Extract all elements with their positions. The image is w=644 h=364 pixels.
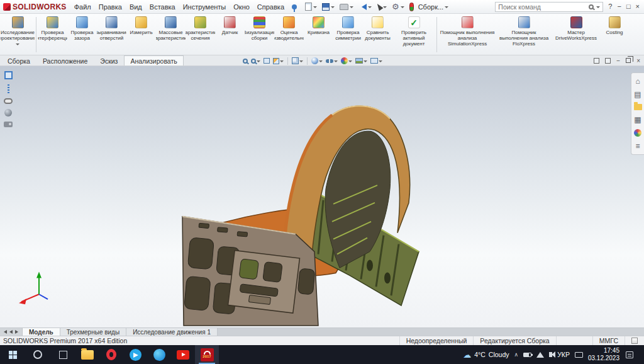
view-orientation-button[interactable] <box>291 57 304 64</box>
edit-appearance-button[interactable] <box>340 57 353 64</box>
select-button[interactable] <box>375 3 389 11</box>
menu-window[interactable]: Окно <box>230 1 253 13</box>
ribbon-button-sensor[interactable]: Датчик <box>215 14 245 55</box>
display-style-button[interactable] <box>311 57 323 64</box>
task-view-button[interactable] <box>50 345 75 364</box>
tab-sketch[interactable]: Эскиз <box>94 55 124 65</box>
ribbon-button-design-study[interactable]: Исследование проектирования <box>1 14 35 55</box>
lights-cameras-tab-icon[interactable] <box>4 122 13 127</box>
document-restore-icon[interactable] <box>626 58 631 63</box>
graphics-area[interactable] <box>0 66 644 327</box>
search-icon[interactable] <box>589 4 594 9</box>
ribbon-button-interference-check[interactable]: Проверка интерференции <box>38 14 67 55</box>
zoom-area-button[interactable] <box>250 58 261 64</box>
displaymanager-tab-icon[interactable] <box>4 109 12 117</box>
section-view-button[interactable] <box>272 58 284 64</box>
minimize-button[interactable]: − <box>617 3 621 10</box>
close-button[interactable]: × <box>636 3 640 10</box>
scroll-first-icon[interactable] <box>4 330 7 334</box>
ribbon-button-hole-alignment[interactable]: Выравнивание отверстий <box>97 14 126 55</box>
menu-edit[interactable]: Правка <box>95 1 126 13</box>
taskbar-youtube[interactable] <box>171 345 195 364</box>
featuremanager-tab-icon[interactable] <box>4 71 13 79</box>
help-button[interactable]: ? <box>608 3 612 10</box>
undo-button[interactable] <box>357 3 374 11</box>
ribbon-button-mass-properties[interactable]: Массовые характеристики <box>156 14 186 55</box>
tab-motion-study[interactable]: Исследование движения 1 <box>126 328 218 336</box>
ribbon-button-measure[interactable]: Измерить <box>126 14 156 55</box>
chevron-down-icon[interactable] <box>596 6 600 10</box>
previous-view-button[interactable] <box>263 58 270 64</box>
command-search-input[interactable] <box>498 3 586 11</box>
ribbon-button-assembly-visualization[interactable]: Визуализация сборки <box>245 14 274 55</box>
battery-icon[interactable] <box>523 353 531 357</box>
file-explorer-icon[interactable] <box>634 104 642 110</box>
document-minimize-button[interactable]: − <box>616 57 620 64</box>
view-settings-button[interactable] <box>370 58 383 64</box>
taskbar-file-explorer[interactable] <box>75 345 99 364</box>
tab-assembly[interactable]: Сборка <box>1 55 36 65</box>
tab-3d-views[interactable]: Трехмерные виды <box>60 328 126 336</box>
document-close-button[interactable]: × <box>636 57 640 64</box>
custom-properties-icon[interactable]: ≡ <box>635 142 640 150</box>
options-button[interactable]: ⚙ <box>390 2 406 11</box>
maximize-button[interactable]: □ <box>626 3 631 10</box>
tab-layout[interactable]: Расположение <box>36 55 94 65</box>
home-icon[interactable]: ⌂ <box>635 77 640 85</box>
menu-help[interactable]: Справка <box>253 1 288 13</box>
menu-tools[interactable]: Инструменты <box>179 1 230 13</box>
scroll-prev-icon[interactable] <box>9 330 13 334</box>
pin-menu-icon[interactable] <box>292 4 297 9</box>
status-options[interactable] <box>625 336 644 345</box>
ribbon-button-driveworksxpress[interactable]: Мастер DriveWorksXpress <box>552 14 601 55</box>
design-library-icon[interactable]: ▤ <box>634 91 641 98</box>
save-button[interactable] <box>320 3 336 11</box>
touch-keyboard-icon[interactable] <box>575 352 583 358</box>
ribbon-button-check-active-document[interactable]: ✓Проверить активный документ <box>392 14 435 55</box>
document-title[interactable]: Сборк... <box>416 3 451 11</box>
propertymanager-tab-icon[interactable] <box>8 84 9 93</box>
taskbar-solidworks[interactable]: 2017 <box>195 345 219 364</box>
scroll-next-icon[interactable] <box>15 330 18 334</box>
mass-properties-icon <box>165 16 177 28</box>
hidden-icons-chevron[interactable]: ∧ <box>514 352 519 358</box>
orientation-triad <box>19 271 48 304</box>
tab-evaluate[interactable]: Анализировать <box>124 55 183 65</box>
new-document-button[interactable] <box>303 2 319 11</box>
ribbon-button-curvature[interactable]: Кривизна <box>304 14 333 55</box>
ribbon-button-clearance-check[interactable]: Проверка зазора <box>67 14 97 55</box>
configurationmanager-tab-icon[interactable] <box>4 98 13 104</box>
action-center-icon[interactable] <box>626 351 633 358</box>
ribbon-button-floxpress[interactable]: Помощник выполнения анализа FloXpress <box>496 14 552 55</box>
ribbon-button-section-properties[interactable]: Характеристики сечения <box>186 14 215 55</box>
ribbon-button-costing[interactable]: Costing <box>601 14 628 55</box>
weather-widget[interactable]: ☁ 4°C Cloudy <box>463 351 509 359</box>
panel-toggle-icon[interactable] <box>594 58 599 64</box>
volume-icon[interactable] <box>549 352 552 357</box>
print-button[interactable] <box>338 3 355 11</box>
panel-toggle-icon[interactable] <box>605 58 611 64</box>
apply-scene-button[interactable] <box>355 58 368 64</box>
menu-view[interactable]: Вид <box>126 1 146 13</box>
units-status[interactable]: ММГС <box>592 336 625 345</box>
zoom-fit-button[interactable] <box>242 59 248 64</box>
ribbon-button-simulationxpress[interactable]: Помощник выполнения анализа SimulationXp… <box>438 14 496 55</box>
rebuild-button[interactable] <box>408 2 416 12</box>
menu-insert[interactable]: Вставка <box>146 1 179 13</box>
start-button[interactable] <box>0 345 25 364</box>
ribbon-button-symmetry-check[interactable]: Проверка симметрии <box>333 14 363 55</box>
search-button[interactable] <box>25 345 50 364</box>
taskbar-edge[interactable] <box>147 345 171 364</box>
taskbar-telegram[interactable] <box>123 345 147 364</box>
language-indicator[interactable]: УКР <box>557 351 570 358</box>
ribbon-button-compare-documents[interactable]: Сравнить документы <box>363 14 392 55</box>
taskbar-opera[interactable] <box>99 345 123 364</box>
appearances-scenes-icon[interactable] <box>634 129 641 137</box>
clock-widget[interactable]: 17:45 03.12.2023 <box>588 347 619 362</box>
hide-show-items-button[interactable] <box>325 58 338 64</box>
view-palette-icon[interactable]: ▦ <box>634 116 641 123</box>
network-icon[interactable] <box>536 352 544 358</box>
tab-model[interactable]: Модель <box>23 328 60 336</box>
ribbon-button-performance-evaluation[interactable]: Оценка производительности <box>274 14 304 55</box>
menu-file[interactable]: Файл <box>70 1 95 13</box>
